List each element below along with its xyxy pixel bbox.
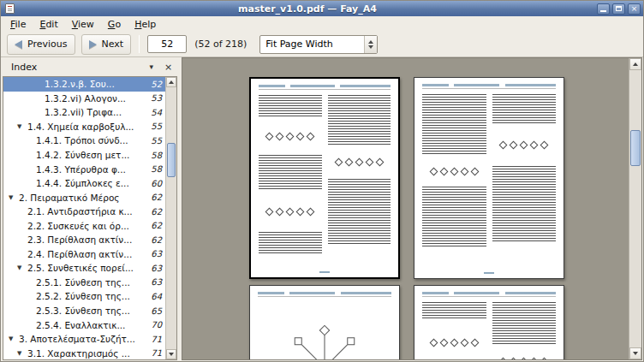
page-53[interactable] [414, 77, 564, 279]
toolbar-separator [139, 35, 140, 53]
figure-structure [492, 128, 557, 162]
index-item[interactable]: 2.5.3. Σύνθεση της...65 [3, 304, 165, 318]
menu-go[interactable]: Go [101, 17, 128, 32]
index-item-page: 52 [147, 80, 162, 89]
index-item-page: 63 [147, 249, 162, 258]
application-window: master_v1.0.pdf — Fay_A4 × File Edit Vie… [0, 0, 644, 362]
expander-icon[interactable]: ▼ [17, 265, 21, 271]
index-item-label: 2.5.1. Σύνθεση της... [3, 277, 147, 288]
text-block [259, 155, 322, 191]
figure-structure [492, 349, 557, 360]
sidebar-scroll-up-button[interactable] [166, 77, 176, 87]
toolbar: Previous Next (52 of 218) Fit Page Width [1, 32, 643, 57]
zoom-value: Fit Page Width [260, 36, 364, 53]
chevron-down-icon: ▾ [149, 63, 153, 71]
index-item[interactable]: 1.3.2.ν.β. Σου...52 [3, 77, 165, 92]
index-item-label: 2.5.4. Εναλλακτικ... [3, 320, 147, 330]
combo-arrows-icon[interactable] [364, 36, 377, 53]
page-header [258, 292, 391, 294]
minimize-icon [600, 10, 606, 12]
menu-help[interactable]: Help [128, 17, 163, 32]
sidebar-scrollbar[interactable] [165, 77, 176, 359]
index-item[interactable]: 2.1. Αντιδραστήρια κ...62 [3, 205, 165, 219]
text-block [422, 94, 486, 156]
index-item[interactable]: 1.4.1. Τρόποι σύνδ...55 [3, 134, 165, 148]
index-item-page: 58 [147, 164, 162, 174]
index-item-page: 58 [147, 151, 162, 160]
minimize-button[interactable] [597, 3, 610, 15]
index-item[interactable]: 2.4. Περίθλαση ακτίν...63 [3, 247, 165, 262]
maximize-button[interactable] [612, 3, 625, 15]
page-count-label: (52 of 218) [193, 39, 248, 50]
pages-container[interactable] [182, 58, 629, 359]
window-title: master_v1.0.pdf — Fay_A4 [18, 3, 597, 15]
index-item[interactable]: ▼1.4. Χημεία καρβοξυλ...55 [3, 120, 165, 134]
close-button[interactable]: × [628, 3, 641, 15]
index-item-page: 63 [147, 264, 162, 273]
index-item[interactable]: 1.4.2. Σύνθεση μετ...58 [3, 148, 165, 163]
index-item[interactable]: 1.4.4. Σύμπλοκες ε...60 [3, 176, 165, 191]
expander-icon[interactable]: ▼ [17, 123, 21, 129]
page-54[interactable] [249, 285, 400, 360]
index-item-label: 1.3.2.vii) Τριφα... [3, 107, 147, 117]
page-header-rule [258, 296, 391, 297]
titlebar[interactable]: master_v1.0.pdf — Fay_A4 × [1, 1, 643, 16]
index-item[interactable]: 1.3.2.vii) Τριφα...54 [3, 105, 165, 120]
zoom-combobox[interactable]: Fit Page Width [259, 35, 378, 54]
page-52[interactable] [249, 77, 400, 279]
scroll-up-button[interactable] [629, 58, 641, 70]
stepper-up-icon [368, 40, 373, 44]
index-item[interactable]: ▼3. Αποτελέσματα-Συζήτ...71 [3, 332, 165, 347]
index-item[interactable]: ▼2. Πειραματικό Μέρος62 [3, 190, 165, 205]
text-block [422, 187, 486, 246]
expander-icon[interactable]: ▼ [9, 194, 13, 200]
close-icon: × [164, 62, 172, 73]
sidebar-title: Index [11, 62, 37, 73]
triangle-down-icon [169, 353, 174, 356]
scroll-down-button[interactable] [629, 347, 641, 359]
index-item[interactable]: 2.2. Συσκευές και όρ...62 [3, 218, 165, 233]
index-item-label: 1.4. Χημεία καρβοξυλ... [3, 122, 147, 132]
index-item[interactable]: 2.5.2. Σύνθεση της...64 [3, 289, 165, 304]
sidebar-view-selector[interactable]: Index ▾ [4, 60, 158, 74]
index-item-label: 2.5.2. Σύνθεση της... [3, 291, 147, 301]
sidebar-scroll-down-button[interactable] [166, 349, 176, 359]
expander-icon[interactable]: ▼ [17, 350, 21, 356]
page-number-input[interactable] [147, 35, 187, 53]
index-item-label: 1.4.3. Υπέρυθρα φ... [3, 164, 147, 175]
index-item[interactable]: 2.5.1. Σύνθεση της...63 [3, 276, 165, 290]
index-tree: 1.3.2.ν.β. Σου...521.3.2.vi) Αλογον...53… [3, 77, 165, 359]
arrow-left-icon [15, 40, 22, 49]
document-scrollbar[interactable] [629, 58, 641, 359]
next-button[interactable]: Next [81, 34, 132, 55]
index-item-page: 55 [147, 122, 162, 131]
index-item[interactable]: 1.4.3. Υπέρυθρα φ...58 [3, 162, 165, 176]
index-item-page: 71 [147, 348, 162, 358]
index-item-label: 1.4.1. Τρόποι σύνδ... [3, 135, 147, 145]
index-item[interactable]: ▼3.1. Χαρακτηρισμός ...71 [3, 346, 165, 359]
figure-structure [259, 122, 322, 151]
expander-icon[interactable]: ▼ [9, 336, 13, 342]
page-header-rule [259, 89, 391, 90]
sidebar-close-button[interactable]: × [161, 60, 176, 74]
sidebar-scrollbar-thumb[interactable] [167, 143, 176, 177]
index-item-page: 62 [147, 235, 162, 245]
index-item-label: 1.4.2. Σύνθεση μετ... [3, 150, 147, 160]
index-item[interactable]: 2.3. Περίθλαση ακτίν...62 [3, 233, 165, 247]
index-item-label: 3.1. Χαρακτηρισμός ... [3, 348, 147, 359]
index-item-page: 62 [147, 207, 162, 217]
menu-view[interactable]: View [65, 17, 101, 32]
index-item[interactable]: 2.5.4. Εναλλακτικ...70 [3, 317, 165, 332]
menu-file[interactable]: File [3, 17, 33, 32]
menu-edit[interactable]: Edit [33, 17, 64, 32]
index-item[interactable]: 1.3.2.vi) Αλογον...53 [3, 92, 165, 106]
text-block [492, 302, 557, 345]
window-controls: × [597, 3, 641, 15]
previous-button[interactable]: Previous [7, 34, 75, 55]
index-item[interactable]: ▼2.5. Συνθετικές πορεί...63 [3, 261, 165, 276]
page-55[interactable] [414, 285, 564, 360]
index-item-page: 63 [147, 277, 162, 287]
index-item-label: 2.4. Περίθλαση ακτίν... [3, 249, 147, 259]
document-scrollbar-thumb[interactable] [630, 130, 641, 166]
index-item-page: 55 [147, 136, 162, 145]
